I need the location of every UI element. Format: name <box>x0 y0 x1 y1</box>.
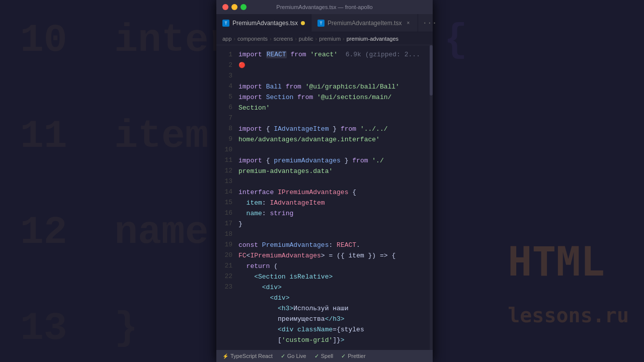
code-line-5: Section' <box>238 103 430 113</box>
unsaved-dot <box>301 21 305 25</box>
minimap-thumb <box>430 45 433 96</box>
tab-label-2: PremiumAdvantageItem.tsx <box>328 20 401 27</box>
window-title: PremiumAdvantages.tsx — front-apollo <box>276 4 372 10</box>
close-button[interactable] <box>222 4 228 10</box>
tsx-icon-2: T <box>317 20 325 27</box>
traffic-lights <box>222 4 247 10</box>
code-area[interactable]: 1 2 3 4 5 6 7 8 9 10 11 12 13 14 15 16 1… <box>216 45 433 350</box>
code-editor[interactable]: import REACT from 'react' 6.9k (gzipped:… <box>236 45 430 350</box>
tab-label: PremiumAdvantages.tsx <box>232 20 298 27</box>
tsx-icon: T <box>222 20 229 27</box>
code-line-10: interface IPremiumAdvantages { <box>238 187 430 198</box>
minimap-scrollbar[interactable] <box>430 45 433 350</box>
breadcrumb-screens[interactable]: screens <box>274 36 293 42</box>
status-golive-label: Go Live <box>287 353 306 359</box>
line-numbers: 1 2 3 4 5 6 7 8 9 10 11 12 13 14 15 16 1… <box>216 45 236 350</box>
code-line-blank-2 <box>238 113 430 124</box>
code-line-17: <Section isRelative> <box>238 272 430 282</box>
code-line-19: <div> <box>238 293 430 303</box>
code-line-16: return ( <box>238 261 430 272</box>
status-spell-label: Spell <box>321 353 333 359</box>
breadcrumb-premium-advantages[interactable]: premium-advantages <box>347 36 398 42</box>
breadcrumb-app[interactable]: app <box>222 36 231 42</box>
bg-html-label: HTMLlessons.ru <box>508 238 629 332</box>
status-golive[interactable]: ✓ Go Live <box>279 352 308 360</box>
prettier-check-icon: ✓ <box>341 353 346 359</box>
code-line-15: FC<IPremiumAdvantages> = ({ item }) => { <box>238 250 430 261</box>
title-bar: PremiumAdvantages.tsx — front-apollo <box>216 0 433 14</box>
code-line-6: import { IAdvantageItem } from '../../ <box>238 124 430 134</box>
code-line-20: <h3>Используй наши <box>238 303 430 314</box>
status-typescript[interactable]: ⚡ TypeScript React <box>220 352 275 360</box>
tab-premium-advantage-item[interactable]: T PremiumAdvantageItem.tsx × <box>311 14 418 32</box>
tab-premium-advantages[interactable]: T PremiumAdvantages.tsx <box>216 14 311 32</box>
code-line-23: ['custom-grid']}> <box>238 335 430 345</box>
status-prettier-label: Prettier <box>348 353 365 359</box>
tab-bar: T PremiumAdvantages.tsx T PremiumAdvanta… <box>216 14 433 32</box>
golive-check-icon: ✓ <box>281 353 285 359</box>
code-line-4: import Section from '@ui/sections/main/ <box>238 92 430 103</box>
code-line-7: home/advantages/advantage.interface' <box>238 134 430 145</box>
code-line-blank-3 <box>238 145 430 155</box>
breadcrumb-premium[interactable]: premium <box>319 36 341 42</box>
editor-window: PremiumAdvantages.tsx — front-apollo T P… <box>216 0 433 362</box>
code-line-2: 🔴 <box>238 60 430 71</box>
code-line-13: } <box>238 219 430 229</box>
code-line-12: name: string <box>238 208 430 219</box>
code-line-18: <div> <box>238 282 430 293</box>
maximize-button[interactable] <box>240 4 247 10</box>
minimize-button[interactable] <box>231 4 237 10</box>
status-left-section: ⚡ TypeScript React ✓ Go Live ✓ Spell ✓ P… <box>220 352 368 360</box>
spell-check-icon: ✓ <box>314 353 319 359</box>
status-typescript-label: TypeScript React <box>230 353 273 359</box>
code-line-9: premium-advantages.data' <box>238 166 430 176</box>
code-line-22: <div className={styles <box>238 324 430 335</box>
breadcrumb-components[interactable]: components <box>237 36 268 42</box>
status-spell[interactable]: ✓ Spell <box>312 352 335 360</box>
status-bar: ⚡ TypeScript React ✓ Go Live ✓ Spell ✓ P… <box>216 350 433 362</box>
code-line-3: import Ball from '@ui/graphics/ball/Ball… <box>238 81 430 92</box>
breadcrumb: app › components › screens › public › pr… <box>216 32 433 45</box>
status-prettier[interactable]: ✓ Prettier <box>339 352 367 360</box>
breadcrumb-public[interactable]: public <box>299 36 313 42</box>
code-line-blank-4 <box>238 176 430 187</box>
code-line-11: item: IAdvantageItem <box>238 198 430 208</box>
code-line-21: преимущества</h3> <box>238 314 430 324</box>
typescript-icon: ⚡ <box>222 353 228 359</box>
code-line-8: import { premiumAdvantages } from './ <box>238 155 430 166</box>
tab-more-button[interactable]: ··· <box>418 14 441 32</box>
tab-close-icon[interactable]: × <box>405 20 412 27</box>
code-line-14: const PremiumAdvantages: REACT. <box>238 240 430 250</box>
code-line-1: import REACT from 'react' 6.9k (gzipped:… <box>238 49 430 60</box>
code-line-blank-5 <box>238 229 430 240</box>
code-line-blank-1 <box>238 71 430 81</box>
